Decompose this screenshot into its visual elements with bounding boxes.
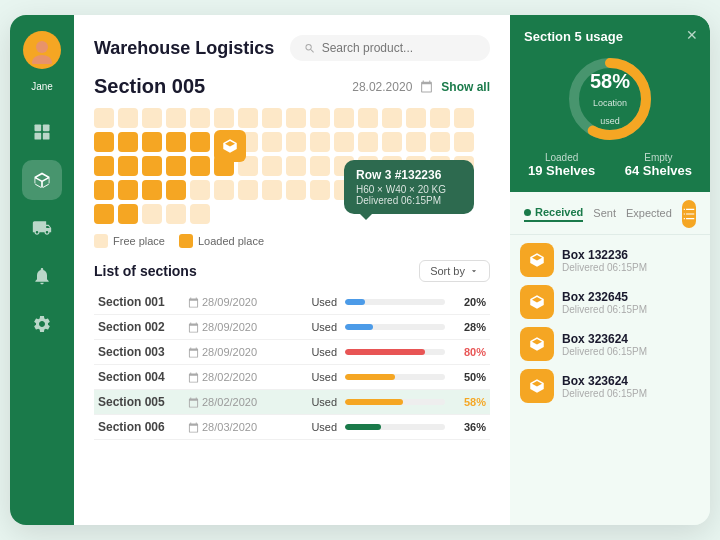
grid-cell[interactable]: [286, 180, 306, 200]
section-header: Section 005 28.02.2020 Show all: [94, 75, 490, 98]
filter-button[interactable]: [682, 200, 696, 228]
grid-cell[interactable]: [118, 132, 138, 152]
sidebar-item-truck[interactable]: [22, 208, 62, 248]
box-delivered: Delivered 06:15PM: [562, 262, 647, 273]
grid-cell[interactable]: [190, 132, 210, 152]
list-item[interactable]: Box 232645 Delivered 06:15PM: [520, 285, 700, 319]
grid-cell[interactable]: [406, 132, 426, 152]
grid-cell[interactable]: [334, 108, 354, 128]
used-label: Used: [307, 340, 341, 365]
sidebar-item-box[interactable]: [22, 160, 62, 200]
list-item[interactable]: Box 323624 Delivered 06:15PM: [520, 369, 700, 403]
grid-cell[interactable]: [262, 180, 282, 200]
grid-cell[interactable]: [334, 132, 354, 152]
grid-cell[interactable]: [118, 108, 138, 128]
grid-cell[interactable]: [238, 108, 258, 128]
grid-cell[interactable]: [286, 108, 306, 128]
grid-cell[interactable]: [286, 132, 306, 152]
grid-cell[interactable]: [310, 108, 330, 128]
grid-cell[interactable]: [454, 108, 474, 128]
search-bar[interactable]: [290, 35, 490, 61]
sort-button[interactable]: Sort by: [419, 260, 490, 282]
grid-cell[interactable]: [262, 108, 282, 128]
grid-cell[interactable]: [118, 180, 138, 200]
tooltip-status: Delivered 06:15PM: [356, 195, 462, 206]
used-label: Used: [307, 290, 341, 315]
grid-cell[interactable]: [430, 108, 450, 128]
grid-cell[interactable]: [406, 108, 426, 128]
grid-cell[interactable]: [382, 132, 402, 152]
table-row[interactable]: Section 005 28/02/2020 Used 58%: [94, 390, 490, 415]
list-item[interactable]: Box 323624 Delivered 06:15PM: [520, 327, 700, 361]
table-row[interactable]: Section 006 28/03/2020 Used 36%: [94, 415, 490, 440]
free-dot: [94, 234, 108, 248]
search-input[interactable]: [322, 41, 476, 55]
grid-cell[interactable]: [190, 108, 210, 128]
filter-icon: [682, 207, 696, 221]
grid-cell[interactable]: [286, 156, 306, 176]
grid-cell[interactable]: [142, 180, 162, 200]
grid-cell[interactable]: [262, 132, 282, 152]
used-label: Used: [307, 390, 341, 415]
tab-sent[interactable]: Sent: [593, 207, 616, 221]
tab-received[interactable]: Received: [524, 206, 583, 222]
grid-cell[interactable]: [238, 180, 258, 200]
grid-cell[interactable]: [190, 156, 210, 176]
grid-cell[interactable]: [262, 156, 282, 176]
avatar: [23, 31, 61, 69]
grid-cell[interactable]: [382, 108, 402, 128]
table-row[interactable]: Section 003 28/09/2020 Used 80%: [94, 340, 490, 365]
grid-cell[interactable]: [166, 204, 186, 224]
grid-cell[interactable]: [310, 156, 330, 176]
grid-cell[interactable]: [190, 204, 210, 224]
grid-cell[interactable]: [94, 204, 114, 224]
list-item[interactable]: Box 132236 Delivered 06:15PM: [520, 243, 700, 277]
section-name: Section 006: [94, 415, 184, 440]
grid-cell[interactable]: [190, 180, 210, 200]
grid-cell[interactable]: [142, 204, 162, 224]
section-date: 28/02/2020: [184, 365, 307, 390]
section-date: 28/09/2020: [184, 290, 307, 315]
grid-cell[interactable]: [94, 108, 114, 128]
table-row[interactable]: Section 001 28/09/2020 Used 20%: [94, 290, 490, 315]
grid-cell[interactable]: [94, 132, 114, 152]
table-row[interactable]: Section 004 28/02/2020 Used 50%: [94, 365, 490, 390]
grid-cell[interactable]: [358, 132, 378, 152]
grid-cell[interactable]: [358, 108, 378, 128]
section-name: Section 001: [94, 290, 184, 315]
grid-cell[interactable]: [94, 156, 114, 176]
table-row[interactable]: Section 002 28/09/2020 Used 28%: [94, 315, 490, 340]
grid-cell[interactable]: [94, 180, 114, 200]
grid-cell[interactable]: [142, 156, 162, 176]
grid-cell[interactable]: [142, 108, 162, 128]
grid-cell[interactable]: [166, 156, 186, 176]
sidebar-item-bell[interactable]: [22, 256, 62, 296]
tab-received-label: Received: [535, 206, 583, 218]
grid-cell[interactable]: [166, 132, 186, 152]
close-button[interactable]: ✕: [686, 27, 698, 43]
grid-cell[interactable]: [166, 108, 186, 128]
app-title: Warehouse Logistics: [94, 38, 274, 59]
grid-cell[interactable]: [214, 108, 234, 128]
grid-cell[interactable]: [166, 180, 186, 200]
grid-cell[interactable]: [118, 156, 138, 176]
grid-cell[interactable]: [310, 180, 330, 200]
donut-pct: 58%: [588, 70, 633, 92]
grid-cell[interactable]: [214, 180, 234, 200]
sidebar-item-settings[interactable]: [22, 304, 62, 344]
progress-cell: [341, 365, 454, 390]
progress-cell: [341, 340, 454, 365]
tooltip-icon: [214, 130, 246, 162]
tab-dot: [524, 209, 531, 216]
grid-cell[interactable]: [118, 204, 138, 224]
grid-cell[interactable]: [430, 132, 450, 152]
sidebar-item-dashboard[interactable]: [22, 112, 62, 152]
search-icon: [304, 42, 316, 55]
grid-cell[interactable]: [142, 132, 162, 152]
show-all-button[interactable]: Show all: [441, 80, 490, 94]
pct-label: 80%: [454, 340, 490, 365]
grid-cell[interactable]: [310, 132, 330, 152]
donut-label: Location used: [593, 98, 627, 126]
grid-cell[interactable]: [454, 132, 474, 152]
tab-expected[interactable]: Expected: [626, 207, 672, 221]
